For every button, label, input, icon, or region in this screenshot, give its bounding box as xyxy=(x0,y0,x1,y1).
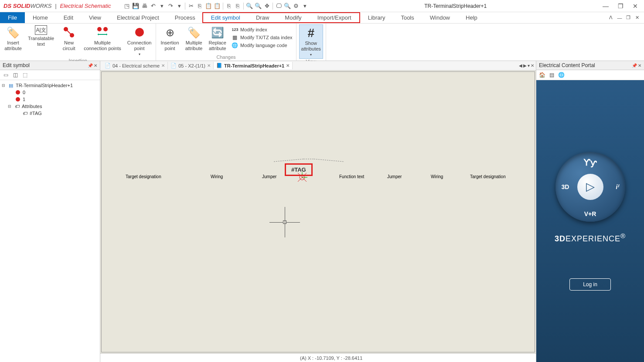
symbol-tree[interactable]: ⊟▤TR-TerminalStripHeader+1 0 1 ⊟🏷Attribu… xyxy=(0,80,100,362)
compass-play-icon[interactable]: ▷ xyxy=(577,174,603,200)
home-icon[interactable]: 🏠 xyxy=(538,71,546,78)
drawing-canvas[interactable]: Target designation Wiring Jumper #TAG Fu… xyxy=(101,71,535,352)
menu-view[interactable]: View xyxy=(81,12,109,23)
menu-window[interactable]: Window xyxy=(422,12,458,23)
tab-closeall-icon[interactable]: ✕ xyxy=(531,63,534,68)
status-coordinates: (A) X : -10.7109, Y : -28.6411 xyxy=(300,355,362,361)
ribbon-group-view: #Show attributes▾ View xyxy=(296,24,326,61)
qa-display-icon[interactable]: 🖵 xyxy=(275,2,283,10)
modify-txtz-button[interactable]: ▦Modify TX/TZ data index xyxy=(232,34,293,41)
qa-print-icon[interactable]: 🖶 xyxy=(140,2,148,10)
panel-tb-icon-1[interactable]: ▭ xyxy=(2,71,10,78)
replace-attribute-icon: 🔄 xyxy=(211,25,225,39)
mdi-restore-icon[interactable]: ❐ xyxy=(625,15,632,21)
qa-cut-icon[interactable]: ✂ xyxy=(187,2,195,10)
mdi-minimize-icon[interactable]: — xyxy=(616,15,623,21)
file-menu[interactable]: File xyxy=(0,12,25,23)
qa-paste-special-icon[interactable]: 📋 xyxy=(213,2,221,10)
ribbon-group-insertion: 🏷️Insert attribute A|文Translatable text … xyxy=(0,24,156,61)
right-panel-header: Electrical Content Portal 📌✕ xyxy=(536,61,644,70)
qa-windows-icon[interactable]: ◳ xyxy=(123,2,131,10)
tab-close-icon[interactable]: ✕ xyxy=(161,63,165,68)
qa-redo-icon[interactable]: ↷ xyxy=(167,2,174,10)
connection-point-button[interactable]: Connection point▾ xyxy=(126,24,153,58)
menu-electrical-project[interactable]: Electrical Project xyxy=(109,12,167,23)
tab-next-icon[interactable]: ▶ xyxy=(523,63,527,68)
panel-tb-icon-2[interactable]: ◫ xyxy=(11,71,19,78)
close-button[interactable]: ✕ xyxy=(632,3,639,10)
qa-save-icon[interactable]: 💾 xyxy=(132,2,140,10)
qa-copy2-icon[interactable]: ⎘ xyxy=(225,2,233,10)
ecp-body: Ƴƴ 3D iⁱ V+R ▷ 3DEXPERIENCE® Log in xyxy=(536,80,644,362)
modify-index-button[interactable]: 123Modify index xyxy=(232,26,293,33)
tab-05[interactable]: 📄05 - X2-(1/1)✕ xyxy=(168,62,214,69)
qa-pan-icon[interactable]: ✥ xyxy=(263,2,271,10)
tab-close-icon[interactable]: ✕ xyxy=(286,63,290,68)
list-icon[interactable]: ▤ xyxy=(548,71,555,78)
panel-close-icon[interactable]: ✕ xyxy=(94,63,97,68)
qa-paste2-icon[interactable]: ⎘ xyxy=(234,2,242,10)
ribbon-collapse-icon[interactable]: ᐱ xyxy=(607,15,614,21)
logo-product: Electrical Schematic xyxy=(60,3,111,9)
panel-tb-icon-3[interactable]: ⬚ xyxy=(21,71,29,78)
translatable-text-button[interactable]: A|文Translatable text xyxy=(26,24,56,48)
logo-sep: | xyxy=(53,3,58,9)
panel-close-icon[interactable]: ✕ xyxy=(638,63,641,68)
tree-attributes[interactable]: ⊟🏷Attributes xyxy=(2,103,98,110)
menu-modify[interactable]: Modify xyxy=(277,13,309,22)
menu-process[interactable]: Process xyxy=(167,12,203,23)
login-button[interactable]: Log in xyxy=(569,278,611,291)
globe-icon[interactable]: 🌐 xyxy=(557,71,565,78)
tag-icon: 🏷 xyxy=(22,110,28,116)
bracket-line-icon xyxy=(274,158,344,163)
panel-pin-icon[interactable]: 📌 xyxy=(632,63,637,68)
menu-tools[interactable]: Tools xyxy=(393,12,422,23)
new-circuit-button[interactable]: New circuit xyxy=(58,24,79,52)
restore-button[interactable]: ❐ xyxy=(617,3,624,10)
logo-works: WORKS xyxy=(30,3,51,9)
tab-prev-icon[interactable]: ◀ xyxy=(519,63,522,68)
qa-copy-icon[interactable]: ⎘ xyxy=(196,2,204,10)
insert-attribute-button[interactable]: 🏷️Insert attribute xyxy=(3,24,24,52)
insertion-point-icon: ⊕ xyxy=(163,25,177,39)
qa-customize-icon[interactable]: ▾ xyxy=(301,2,309,10)
multiple-attribute-button[interactable]: 🏷️Multiple attribute xyxy=(184,24,204,52)
tab-tr[interactable]: 📘TR-TerminalStripHeader+1✕ xyxy=(214,62,293,69)
menu-help[interactable]: Help xyxy=(458,12,485,23)
status-bar: (A) X : -10.7109, Y : -28.6411 xyxy=(100,353,536,362)
multiple-connection-points-button[interactable]: Multiple connection points xyxy=(82,24,123,52)
minimize-button[interactable]: — xyxy=(602,3,609,10)
menu-edit[interactable]: Edit xyxy=(56,12,81,23)
tab-close-icon[interactable]: ✕ xyxy=(207,63,211,68)
mdi-close-icon[interactable]: ✕ xyxy=(634,15,641,21)
compass-icon[interactable]: Ƴƴ 3D iⁱ V+R ▷ xyxy=(555,152,625,222)
insertion-point-button[interactable]: ⊕Insertion point xyxy=(159,24,181,52)
qa-zoom-icon[interactable]: 🔍 xyxy=(245,2,253,10)
menu-library[interactable]: Library xyxy=(360,12,393,23)
show-attributes-button[interactable]: #Show attributes▾ xyxy=(299,24,323,59)
menu-edit-symbol[interactable]: Edit symbol xyxy=(203,13,248,22)
qa-paste-icon[interactable]: 📋 xyxy=(204,2,212,10)
tree-root[interactable]: ⊟▤TR-TerminalStripHeader+1 xyxy=(2,82,98,89)
right-panel: Electrical Content Portal 📌✕ 🏠 ▤ 🌐 Ƴƴ 3D… xyxy=(536,61,644,362)
tree-node-1[interactable]: 1 xyxy=(2,96,98,103)
menu-home[interactable]: Home xyxy=(25,12,56,23)
tree-tag[interactable]: 🏷#TAG xyxy=(2,110,98,117)
tab-04[interactable]: 📄04 - Electrical scheme✕ xyxy=(102,62,168,69)
menu-import-export[interactable]: Import/Export xyxy=(310,13,359,22)
tag-group-icon: 🏷 xyxy=(14,103,20,109)
qa-undo-icon[interactable]: ↶ xyxy=(149,2,157,10)
menu-draw[interactable]: Draw xyxy=(248,13,277,22)
tree-node-0[interactable]: 0 xyxy=(2,89,98,96)
left-panel-toolbar: ▭ ◫ ⬚ xyxy=(0,70,100,80)
modify-lang-button[interactable]: 🌐Modify language code xyxy=(232,42,293,49)
qa-zoom-extents-icon[interactable]: 🔍 xyxy=(283,2,291,10)
panel-pin-icon[interactable]: 📌 xyxy=(88,63,93,68)
tab-list-icon[interactable]: ▾ xyxy=(528,63,530,68)
qa-undo-menu-icon[interactable]: ▾ xyxy=(158,2,166,10)
qa-settings-icon[interactable]: ⚙ xyxy=(292,2,300,10)
replace-attribute-button[interactable]: 🔄Replace attribute xyxy=(207,24,228,52)
qa-redo-menu-icon[interactable]: ▾ xyxy=(175,2,183,10)
qa-zoom-window-icon[interactable]: 🔍 xyxy=(254,2,262,10)
multiple-cp-icon xyxy=(95,25,109,39)
